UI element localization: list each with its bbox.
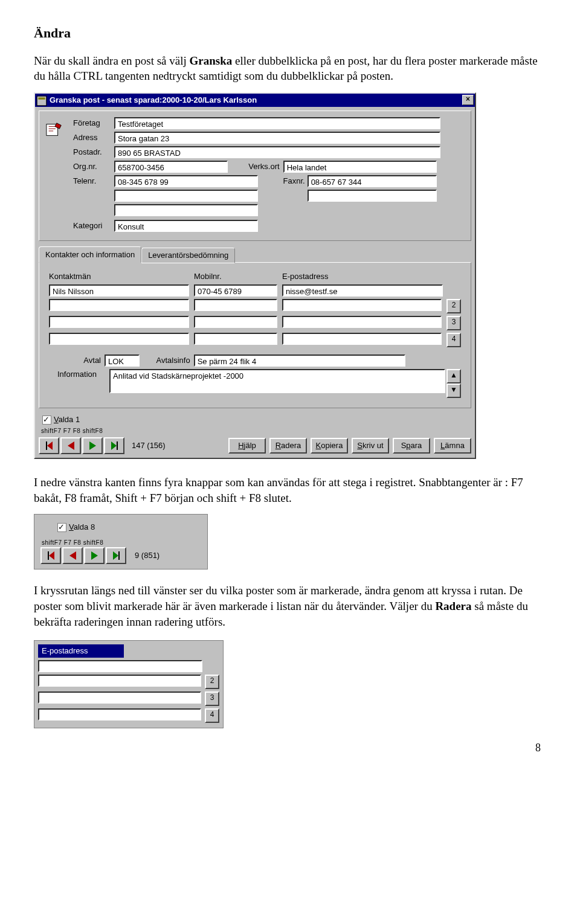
para-2: I nedre vänstra kanten finns fyra knappa… bbox=[34, 475, 546, 505]
window-title: Granska post - senast sparad:2000-10-20/… bbox=[50, 95, 462, 106]
lbl-kategori: Kategori bbox=[73, 220, 114, 231]
input-kategori[interactable]: Konsult bbox=[114, 220, 258, 232]
input-information[interactable]: Anlitad vid Stadskärneprojektet -2000 bbox=[109, 369, 445, 393]
nav-first[interactable] bbox=[39, 437, 59, 454]
input-tel2[interactable] bbox=[114, 190, 258, 202]
close-button[interactable]: × bbox=[462, 95, 474, 105]
nav-prev[interactable] bbox=[60, 437, 81, 454]
scroll-up[interactable]: ▲ bbox=[446, 369, 461, 383]
bottom-bar: 147 (156) Hjälp Radera Kopiera Skriv ut … bbox=[35, 436, 475, 458]
lbl-verksort: Verks.ort bbox=[230, 161, 283, 172]
nav-last-2[interactable] bbox=[106, 547, 126, 564]
input-orgnr[interactable]: 658700-3456 bbox=[114, 161, 228, 173]
app-icon bbox=[36, 95, 47, 105]
para1-a: När du skall ändra en post så välj bbox=[34, 54, 189, 67]
lbl-avtal: Avtal bbox=[49, 355, 105, 366]
record-count: 147 (156) bbox=[132, 440, 166, 451]
tabs: Kontakter och informationLeverantörsbedö… bbox=[39, 246, 471, 408]
lbl-telenr: Telenr. bbox=[73, 176, 114, 187]
granska-post-window: Granska post - senast sparad:2000-10-20/… bbox=[34, 92, 476, 459]
btn-skrivut[interactable]: Skriv ut bbox=[352, 438, 389, 454]
page-heading: Ändra bbox=[34, 24, 546, 42]
epost-row-2[interactable] bbox=[38, 675, 201, 687]
lbl-epost: E-postadress bbox=[282, 271, 329, 282]
row-btn-3[interactable]: 3 bbox=[446, 316, 461, 330]
input-adress[interactable]: Stora gatan 23 bbox=[114, 132, 440, 144]
input-avtalsinfo[interactable]: Se pärm 24 flik 4 bbox=[194, 355, 405, 367]
nav-first-2[interactable] bbox=[40, 547, 61, 564]
valda-label: Valda 1 bbox=[54, 415, 80, 424]
lbl-mobilnr: Mobilnr. bbox=[194, 271, 222, 282]
input-epost-1[interactable]: nisse@testf.se bbox=[282, 284, 443, 297]
para1-b: Granska bbox=[189, 54, 232, 67]
valda-checkbox[interactable] bbox=[42, 415, 51, 425]
record-count-2: 9 (851) bbox=[135, 550, 160, 561]
lbl-information: Information bbox=[49, 369, 109, 380]
nav-shortcuts-2: shiftF7 F7 F8 shiftF8 bbox=[42, 539, 201, 547]
input-kontaktman-2[interactable] bbox=[49, 299, 189, 311]
epost-row-4[interactable] bbox=[38, 708, 201, 720]
para-1: När du skall ändra en post så välj Grans… bbox=[34, 53, 546, 84]
input-epost-2[interactable] bbox=[282, 299, 442, 311]
input-mobil-3[interactable] bbox=[194, 316, 277, 328]
nav-shortcuts: shiftF7 F7 F8 shiftF8 bbox=[36, 427, 475, 435]
tab-kontakter[interactable]: Kontakter och information bbox=[39, 246, 141, 263]
valda-row: Valda 1 bbox=[35, 408, 475, 426]
lbl-adress: Adress bbox=[73, 132, 114, 143]
epost-btn-2[interactable]: 2 bbox=[205, 675, 219, 689]
input-epost-3[interactable] bbox=[282, 316, 442, 328]
para-3: I kryssrutan längs ned till vänster ser … bbox=[34, 583, 546, 629]
nav-next-2[interactable] bbox=[84, 547, 105, 564]
input-postadr[interactable]: 890 65 BRASTAD bbox=[114, 146, 440, 158]
nav-prev-2[interactable] bbox=[62, 547, 83, 564]
row-btn-2[interactable]: 2 bbox=[446, 299, 461, 313]
btn-kopiera[interactable]: Kopiera bbox=[311, 438, 348, 454]
input-fax2[interactable] bbox=[308, 190, 437, 202]
epost-crop: E-postadress 2 3 4 bbox=[34, 640, 224, 728]
tab-panel-kontakter: Kontaktmän Mobilnr. E-postadress Nils Ni… bbox=[39, 262, 471, 408]
input-mobil-1[interactable]: 070-45 6789 bbox=[194, 284, 277, 297]
input-telenr[interactable]: 08-345 678 99 bbox=[114, 175, 258, 187]
input-avtal[interactable]: LOK bbox=[105, 355, 140, 367]
epost-btn-3[interactable]: 3 bbox=[205, 691, 219, 706]
lbl-faxnr: Faxnr. bbox=[260, 176, 308, 187]
epost-btn-4[interactable]: 4 bbox=[205, 708, 219, 723]
epost-row-1[interactable] bbox=[38, 660, 202, 672]
lbl-postadr: Postadr. bbox=[73, 147, 114, 158]
input-mobil-4[interactable] bbox=[194, 333, 277, 345]
input-verksort[interactable]: Hela landet bbox=[283, 161, 437, 173]
tab-leverantor[interactable]: Leverantörsbedömning bbox=[141, 248, 235, 263]
valda-checkbox-2[interactable] bbox=[57, 523, 66, 532]
input-tel3[interactable] bbox=[114, 204, 258, 216]
lbl-kontaktman: Kontaktmän bbox=[49, 271, 91, 282]
para3-b: Radera bbox=[435, 600, 471, 612]
page-number: 8 bbox=[535, 740, 541, 755]
titlebar: Granska post - senast sparad:2000-10-20/… bbox=[35, 94, 475, 107]
input-kontaktman-3[interactable] bbox=[49, 316, 189, 328]
btn-radera[interactable]: Radera bbox=[269, 438, 307, 454]
input-kontaktman-4[interactable] bbox=[49, 333, 189, 345]
nav-crop: Valda 8 shiftF7 F7 F8 shiftF8 9 (851) bbox=[34, 514, 208, 569]
input-foretag[interactable]: Testföretaget bbox=[114, 117, 440, 129]
row-btn-4[interactable]: 4 bbox=[446, 333, 461, 347]
lbl-orgnr: Org.nr. bbox=[73, 161, 114, 172]
epost-row-3[interactable] bbox=[38, 691, 201, 704]
svg-rect-1 bbox=[38, 97, 45, 99]
form-icon bbox=[45, 117, 73, 234]
lbl-foretag: Företag bbox=[73, 118, 114, 129]
scroll-down[interactable]: ▼ bbox=[446, 383, 461, 398]
btn-lamna[interactable]: Lämna bbox=[434, 438, 471, 454]
lbl-avtalsinfo: Avtalsinfo bbox=[142, 355, 194, 366]
nav-last[interactable] bbox=[104, 437, 124, 454]
input-kontaktman-1[interactable]: Nils Nilsson bbox=[49, 284, 189, 297]
btn-hjalp[interactable]: Hjälp bbox=[228, 438, 266, 454]
btn-spara[interactable]: Spara bbox=[393, 438, 430, 454]
valda-label-2: Valda 8 bbox=[69, 522, 95, 531]
nav-next[interactable] bbox=[82, 437, 103, 454]
epost-header: E-postadress bbox=[38, 644, 124, 658]
input-epost-4[interactable] bbox=[282, 333, 442, 345]
company-section: FöretagTestföretaget AdressStora gatan 2… bbox=[39, 111, 471, 241]
input-mobil-2[interactable] bbox=[194, 299, 277, 311]
input-faxnr[interactable]: 08-657 67 344 bbox=[308, 175, 437, 187]
